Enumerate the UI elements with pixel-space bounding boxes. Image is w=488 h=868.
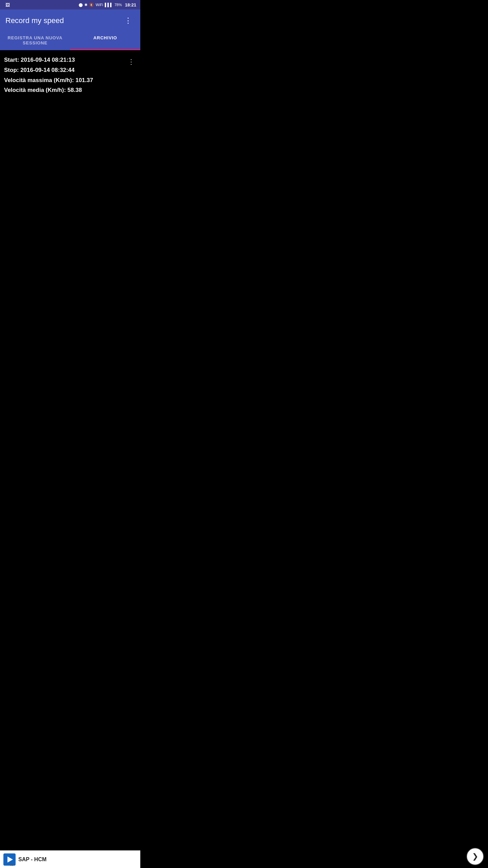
battery-text: 78% <box>115 3 122 7</box>
tabs-bar: REGISTRA UNA NUOVA SESSIONE ARCHIVIO <box>0 31 140 50</box>
tab-new-session[interactable]: REGISTRA UNA NUOVA SESSIONE <box>0 31 70 50</box>
photo-icon: 🖼 <box>5 2 10 7</box>
status-time: 18:21 <box>125 2 136 7</box>
session-stop: Stop: 2016-09-14 08:32:44 <box>4 65 136 75</box>
session-record: Start: 2016-09-14 08:21:13 Stop: 2016-09… <box>4 55 136 95</box>
app-title: Record my speed <box>5 16 64 25</box>
content-area: Start: 2016-09-14 08:21:13 Stop: 2016-09… <box>0 50 140 220</box>
app-bar: Record my speed ⋮ <box>0 9 140 31</box>
tab-archive[interactable]: ARCHIVIO <box>70 31 140 50</box>
location-icon: ⬤ <box>79 3 83 7</box>
signal-icon: ▌▌▌ <box>105 3 113 7</box>
session-max-speed: Velocità massima (Km/h): 101.37 <box>4 75 136 85</box>
status-bar: 🖼 ⬤ ✱ 🔇 WiFi ▌▌▌ 78% 18:21 <box>0 0 140 9</box>
more-options-icon[interactable]: ⋮ <box>122 15 135 26</box>
bluetooth-icon: ✱ <box>84 3 87 7</box>
mute-icon: 🔇 <box>89 3 94 7</box>
session-avg-speed: Velocità media (Km/h): 58.38 <box>4 85 136 95</box>
wifi-icon: WiFi <box>96 3 103 7</box>
session-start: Start: 2016-09-14 08:21:13 <box>4 55 136 65</box>
session-more-options-icon[interactable]: ⋮ <box>128 58 135 66</box>
